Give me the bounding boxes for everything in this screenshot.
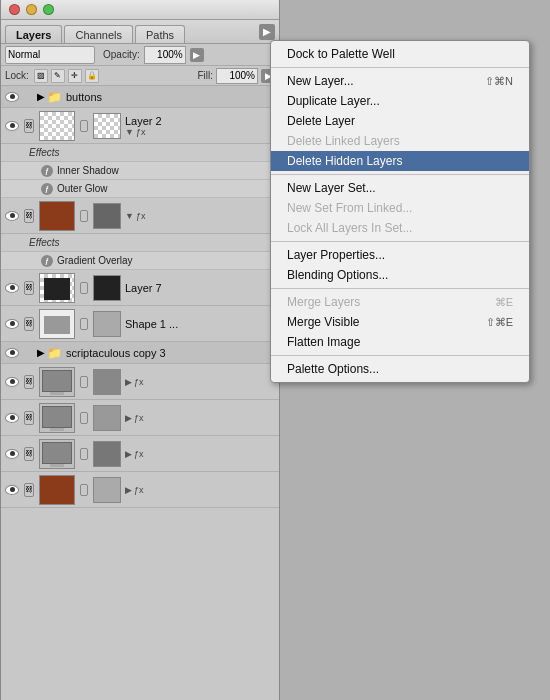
chain-icon[interactable]: ⛓ bbox=[21, 483, 37, 497]
layers-panel: Layers Channels Paths ▶ Normal Opacity: … bbox=[0, 0, 280, 700]
menu-separator bbox=[271, 241, 529, 242]
layer-row-brown[interactable]: ⛓ ▼ ƒx bbox=[1, 198, 279, 234]
chain-icon[interactable]: ⛓ bbox=[21, 411, 37, 425]
eye-icon[interactable] bbox=[3, 377, 21, 387]
menu-item-palette-options[interactable]: Palette Options... bbox=[271, 359, 529, 379]
lock-image-button[interactable]: ✎ bbox=[51, 69, 65, 83]
eye-icon[interactable] bbox=[3, 319, 21, 329]
opacity-arrow[interactable]: ▶ bbox=[190, 48, 204, 62]
eye-icon[interactable] bbox=[3, 283, 21, 293]
fill-input[interactable] bbox=[216, 68, 258, 84]
title-bar bbox=[1, 0, 279, 20]
chain-icon[interactable]: ⛓ bbox=[21, 317, 37, 331]
menu-item-delete-hidden-layers[interactable]: Delete Hidden Layers bbox=[271, 151, 529, 171]
lock-fill-row: Lock: ▨ ✎ ✛ 🔒 Fill: ▶ bbox=[1, 66, 279, 86]
layers-list: ▶ 📁 buttons ⛓ Layer 2 ▼ ƒx Effects ƒ Inn… bbox=[1, 86, 279, 700]
effects-label: Effects bbox=[1, 144, 279, 162]
layer-thumbnail bbox=[39, 201, 75, 231]
eye-icon[interactable] bbox=[3, 121, 21, 131]
menu-item-new-layer-set[interactable]: New Layer Set... bbox=[271, 178, 529, 198]
maximize-button[interactable] bbox=[43, 4, 54, 15]
blend-mode-select[interactable]: Normal bbox=[5, 46, 95, 64]
menu-item-layer-properties[interactable]: Layer Properties... bbox=[271, 245, 529, 265]
layer-name: Layer 2 bbox=[125, 115, 277, 127]
layer-name: scriptaculous copy 3 bbox=[66, 347, 166, 359]
layer-icons: ▼ ƒx bbox=[125, 127, 277, 137]
eye-icon[interactable] bbox=[3, 413, 21, 423]
layer-info: Shape 1 ... bbox=[123, 318, 277, 330]
effect-name: Outer Glow bbox=[57, 183, 108, 194]
tab-channels[interactable]: Channels bbox=[64, 25, 132, 43]
layer-mask-thumbnail bbox=[93, 275, 121, 301]
lock-transparent-button[interactable]: ▨ bbox=[34, 69, 48, 83]
effect-dot: ƒ bbox=[41, 183, 53, 195]
menu-item-new-set-from-linked: New Set From Linked... bbox=[271, 198, 529, 218]
layer-row-monitor3[interactable]: ⛓ ▶ ƒx bbox=[1, 436, 279, 472]
layer-row-shape1[interactable]: ⛓ Shape 1 ... bbox=[1, 306, 279, 342]
layer-mask-thumbnail bbox=[93, 369, 121, 395]
close-button[interactable] bbox=[9, 4, 20, 15]
fx-icon: ƒx bbox=[134, 413, 144, 423]
eye-icon[interactable] bbox=[3, 211, 21, 221]
effect-outer-glow[interactable]: ƒ Outer Glow bbox=[1, 180, 279, 198]
menu-item-delete-layer[interactable]: Delete Layer bbox=[271, 111, 529, 131]
eye-icon[interactable] bbox=[3, 348, 21, 358]
tab-paths[interactable]: Paths bbox=[135, 25, 185, 43]
chain-link bbox=[77, 376, 91, 388]
menu-item-flatten-image[interactable]: Flatten Image bbox=[271, 332, 529, 352]
layer-row-layer7[interactable]: ⛓ Layer 7 bbox=[1, 270, 279, 306]
chain-icon[interactable]: ⛓ bbox=[21, 119, 37, 133]
chain-link bbox=[77, 210, 91, 222]
layer-info: ▶ ƒx bbox=[123, 449, 277, 459]
effect-gradient-overlay[interactable]: ƒ Gradient Overlay bbox=[1, 252, 279, 270]
chain-link bbox=[77, 282, 91, 294]
layer-mask-thumbnail bbox=[93, 405, 121, 431]
menu-item-lock-all-layers: Lock All Layers In Set... bbox=[271, 218, 529, 238]
tab-layers[interactable]: Layers bbox=[5, 25, 62, 43]
layer-icons: ▶ ƒx bbox=[125, 413, 277, 423]
menu-separator bbox=[271, 174, 529, 175]
eye-icon[interactable] bbox=[3, 485, 21, 495]
layer-thumbnail bbox=[39, 273, 75, 303]
effect-name: Gradient Overlay bbox=[57, 255, 133, 266]
minimize-button[interactable] bbox=[26, 4, 37, 15]
layer-group-buttons[interactable]: ▶ 📁 buttons bbox=[1, 86, 279, 108]
layer-thumbnail bbox=[39, 309, 75, 339]
menu-separator bbox=[271, 355, 529, 356]
panel-menu-button[interactable]: ▶ bbox=[259, 24, 275, 40]
layer-thumbnail bbox=[39, 475, 75, 505]
expand-arrow[interactable]: ▶ bbox=[37, 347, 45, 358]
effect-inner-shadow[interactable]: ƒ Inner Shadow bbox=[1, 162, 279, 180]
menu-separator bbox=[271, 67, 529, 68]
layer-mask-thumbnail bbox=[93, 441, 121, 467]
menu-item-blending-options[interactable]: Blending Options... bbox=[271, 265, 529, 285]
menu-item-duplicate-layer[interactable]: Duplicate Layer... bbox=[271, 91, 529, 111]
chain-icon[interactable]: ⛓ bbox=[21, 209, 37, 223]
layer-group-scriptaculous[interactable]: ▶ 📁 scriptaculous copy 3 bbox=[1, 342, 279, 364]
layer-row-brown-bottom[interactable]: ⛓ ▶ ƒx bbox=[1, 472, 279, 508]
menu-item-new-layer[interactable]: New Layer... ⇧⌘N bbox=[271, 71, 529, 91]
layer-thumbnail bbox=[39, 403, 75, 433]
lock-all-button[interactable]: 🔒 bbox=[85, 69, 99, 83]
layer-icons: ▶ ƒx bbox=[125, 485, 277, 495]
layer-row-monitor2[interactable]: ⛓ ▶ ƒx bbox=[1, 400, 279, 436]
opacity-input[interactable] bbox=[144, 46, 186, 64]
chain-link bbox=[77, 412, 91, 424]
lock-position-button[interactable]: ✛ bbox=[68, 69, 82, 83]
expand-arrow[interactable]: ▶ bbox=[37, 91, 45, 102]
layer-mask-thumbnail bbox=[93, 311, 121, 337]
menu-item-dock-palette-well[interactable]: Dock to Palette Well bbox=[271, 44, 529, 64]
eye-icon[interactable] bbox=[3, 449, 21, 459]
fx-icon: ƒx bbox=[136, 211, 146, 221]
context-menu: Dock to Palette Well New Layer... ⇧⌘N Du… bbox=[270, 40, 530, 383]
chain-icon[interactable]: ⛓ bbox=[21, 447, 37, 461]
chain-icon[interactable]: ⛓ bbox=[21, 281, 37, 295]
blend-opacity-row: Normal Opacity: ▶ bbox=[1, 44, 279, 66]
layer-row-layer2[interactable]: ⛓ Layer 2 ▼ ƒx bbox=[1, 108, 279, 144]
menu-item-merge-visible[interactable]: Merge Visible ⇧⌘E bbox=[271, 312, 529, 332]
effect-dot: ƒ bbox=[41, 255, 53, 267]
effect-dot: ƒ bbox=[41, 165, 53, 177]
eye-icon[interactable] bbox=[3, 92, 21, 102]
chain-icon[interactable]: ⛓ bbox=[21, 375, 37, 389]
layer-row-monitor1[interactable]: ⛓ ▶ ƒx bbox=[1, 364, 279, 400]
